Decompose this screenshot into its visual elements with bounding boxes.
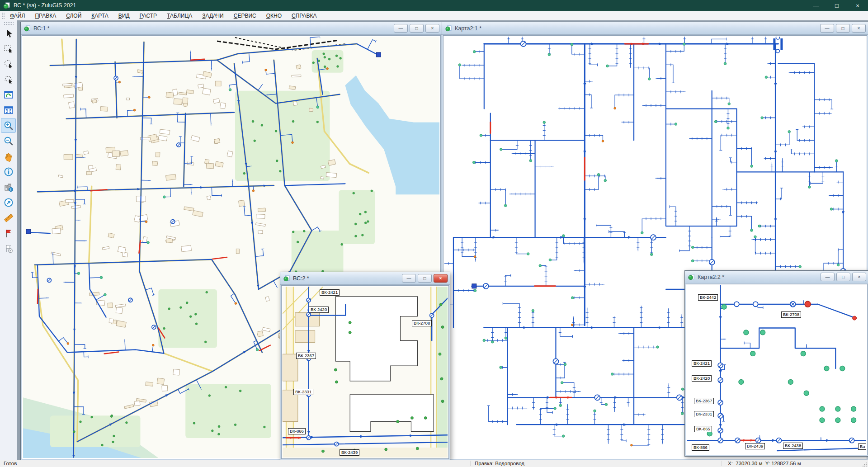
vs1-minimize-button[interactable]: — [394,24,408,33]
map-window-icon [24,25,30,32]
karta22-close-button[interactable]: × [852,273,866,281]
karta21-restore-button[interactable]: □ [836,24,850,33]
polygon-select-icon [3,74,14,85]
menubar: ФАЙЛ ПРАВКА СЛОЙ КАРТА ВИД РАСТР ТАБЛИЦА… [0,11,868,21]
node-label: ВК-2367 [694,398,714,404]
select-tool-button[interactable] [1,26,16,41]
menu-help[interactable]: СПРАВКА [287,11,322,20]
karta21-titlebar[interactable]: Карта2:1 * — □ × [442,22,868,35]
object-info-button[interactable] [1,179,16,194]
karta22-map-canvas[interactable]: ВК-2442 ВК-2708 ВК-2421 ВК-2420 ВК-2367 … [687,285,866,454]
info-button[interactable] [1,164,16,179]
window-karta22[interactable]: Карта2:2 * — □ × ВК-2442 ВК-2708 ВК-2421… [684,270,868,457]
vs2-minimize-button[interactable]: — [402,274,416,283]
map-window-icon [283,275,290,282]
node-label: ВК-2420 [309,307,329,313]
vs1-titlebar[interactable]: ВС:1 * — □ × [21,22,442,35]
left-toolbar [0,20,17,460]
select-circle-button[interactable] [1,57,16,71]
cursor-icon [3,28,14,39]
arrow-ne-icon [3,197,14,208]
node-label: Ва [858,443,866,450]
node-label: ВК-865 [694,426,712,432]
node-label: ВК-866 [692,444,709,451]
node-label: ВК-2421 [692,360,712,367]
karta22-minimize-button[interactable]: — [821,273,835,281]
fit-extent-icon [3,105,14,116]
node-label: ВК-2331 [293,389,313,395]
node-label: ВК-2367 [296,353,316,359]
go-to-button[interactable] [1,195,16,210]
map-window-icon [445,25,452,32]
resize-grip[interactable] [863,462,867,467]
vs2-close-button[interactable]: × [434,274,448,283]
node-label: ВК-2331 [694,411,714,417]
karta22-restore-button[interactable]: □ [836,273,850,281]
app-close-button[interactable]: × [847,0,868,11]
vs2-restore-button[interactable]: □ [418,274,432,283]
node-label: ВК-2439 [340,449,359,456]
zoom-out-icon [3,136,14,146]
add-flag-button[interactable] [1,226,16,241]
vs2-title: ВС:2 * [293,275,309,282]
window-vs2[interactable]: ВС:2 * — □ × ВК-2421 ВК-2420 ВК-2708 ВК-… [280,272,450,460]
menu-table[interactable]: ТАБЛИЦА [162,11,197,20]
node-label: ВК-2442 [698,294,718,301]
karta22-title: Карта2:2 * [698,274,724,280]
red-flag-icon [3,228,14,239]
select-rectangle-button[interactable] [1,41,16,56]
fit-extent-button[interactable] [1,103,16,118]
vs1-restore-button[interactable]: □ [410,24,424,33]
measure-button[interactable] [1,210,16,225]
menu-layer[interactable]: СЛОЙ [61,11,86,20]
node-label: ВК-866 [288,428,306,434]
statusbar: Готов Правка: Водопровод X: 73020.30 м Y… [0,460,868,467]
karta22-titlebar[interactable]: Карта2:2 * — □ × [685,271,868,283]
menu-tasks[interactable]: ЗАДАЧИ [197,11,228,20]
karta21-minimize-button[interactable]: — [820,24,834,33]
node-label: ВК-2420 [692,375,712,382]
menu-edit[interactable]: ПРАВКА [30,11,61,20]
menubar-grip[interactable] [1,12,5,19]
zoom-in-icon [3,120,14,131]
map-window-icon [688,274,694,280]
menu-view[interactable]: ВИД [113,11,135,20]
node-label: ВК-2421 [320,289,340,296]
select-polygon-button[interactable] [1,72,16,87]
hand-icon [3,151,14,162]
menu-service[interactable]: СЕРВИС [229,11,261,20]
node-label: ВК-2708 [412,320,432,326]
pan-button[interactable] [1,149,16,164]
status-ready: Готов [4,461,17,466]
refresh-icon [3,90,14,100]
vs2-titlebar[interactable]: ВС:2 * — □ × [280,272,450,285]
app-restore-button[interactable]: □ [826,0,847,11]
vs2-map-canvas[interactable]: ВК-2421 ВК-2420 ВК-2708 ВК-2367 ВК-2331 … [283,287,448,458]
app-icon [3,2,10,9]
menu-window[interactable]: ОКНО [261,11,287,20]
app-titlebar[interactable]: ВС * (sa) - ZuluGIS 2021 — □ × [0,0,868,11]
rectangle-select-icon [3,43,14,54]
vs1-close-button[interactable]: × [425,24,439,33]
menu-map[interactable]: КАРТА [86,11,113,20]
zoom-in-button[interactable] [1,118,16,133]
info-icon [3,166,14,177]
menu-raster[interactable]: РАСТР [135,11,162,20]
node-label: ВК-2438 [783,443,803,449]
remove-flag-icon [3,243,14,254]
remove-flag-button[interactable] [1,241,16,256]
toolbar-grip[interactable] [4,22,14,25]
mdi-area: ВС:1 * — □ × Карта2:1 * — □ × [17,20,868,460]
zoom-out-button[interactable] [1,133,16,148]
buildings-info-icon [3,182,14,193]
menu-file[interactable]: ФАЙЛ [5,11,30,20]
karta21-close-button[interactable]: × [852,24,866,33]
node-label: ВК-2439 [745,443,765,449]
status-coordinates: X: 73020.30 м Y: 128827.56 м [728,461,801,466]
app-minimize-button[interactable]: — [806,0,826,11]
refresh-map-button[interactable] [1,87,16,102]
vs1-title: ВС:1 * [33,25,50,32]
status-edit-mode: Правка: Водопровод [475,461,524,466]
karta21-title: Карта2:1 * [455,25,481,32]
circle-select-icon [3,59,14,70]
